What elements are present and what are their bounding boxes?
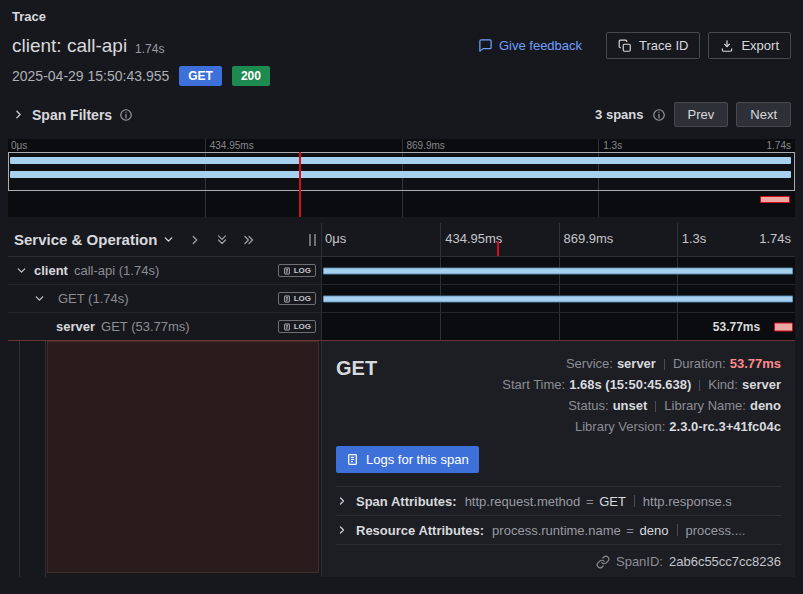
collapse-all-icon[interactable]	[242, 233, 256, 247]
span-attributes-row[interactable]: Span Attributes: http.request.method = G…	[336, 487, 781, 516]
span-service: client	[34, 263, 68, 278]
chevron-right-icon	[12, 108, 25, 121]
span-attributes-label: Span Attributes:	[356, 494, 457, 509]
span-row-timeline[interactable]	[322, 257, 795, 285]
span-bar	[323, 295, 792, 302]
selected-span-highlight	[47, 341, 319, 573]
export-label: Export	[741, 38, 779, 53]
resource-attributes-row[interactable]: Resource Attributes: process.runtime.nam…	[336, 516, 781, 545]
minimap-tick: 1.3s	[603, 140, 622, 151]
span-detail-header: GET Service:serverDuration:53.77ms Start…	[336, 353, 781, 437]
service-operation-label: Service & Operation	[14, 231, 157, 248]
span-row-timeline[interactable]	[322, 285, 795, 313]
attributes-section: Span Attributes: http.request.method = G…	[336, 486, 781, 545]
trace-minimap[interactable]: 0μs 434.95ms 869.9ms 1.3s 1.74s	[8, 139, 795, 217]
logs-for-span-button[interactable]: Logs for this span	[336, 446, 479, 473]
minimap-tick: 434.95ms	[210, 140, 254, 151]
info-icon[interactable]	[652, 108, 666, 122]
indent-guide	[45, 341, 46, 577]
log-badge-label: LOG	[294, 266, 311, 275]
timeline-tick: 1.3s	[682, 231, 707, 246]
timeline-cursor	[497, 241, 499, 256]
trace-id-button[interactable]: Trace ID	[606, 32, 700, 59]
gridline	[559, 223, 560, 256]
log-icon	[283, 267, 291, 275]
log-badge-label: LOG	[294, 294, 311, 303]
prev-button[interactable]: Prev	[674, 102, 729, 127]
gridline	[677, 223, 678, 256]
export-button[interactable]: Export	[708, 32, 791, 59]
link-icon[interactable]	[596, 555, 610, 569]
span-filters-label: Span Filters	[32, 107, 112, 123]
filters-row: Span Filters 3 spans Prev Next	[0, 88, 803, 139]
timeline-tick: 434.95ms	[445, 231, 502, 246]
info-icon[interactable]	[119, 108, 133, 122]
log-icon	[283, 323, 291, 331]
span-row-label-get[interactable]: GET (1.74s) LOG	[8, 285, 322, 313]
span-operation: call-api (1.74s)	[74, 263, 159, 278]
span-detail-panel: GET Service:serverDuration:53.77ms Start…	[322, 341, 795, 577]
value-separator	[677, 524, 678, 536]
trace-title: client: call-api	[12, 35, 127, 57]
column-resize-handle[interactable]	[309, 234, 316, 246]
span-row-label-server[interactable]: server GET (53.77ms) LOG	[8, 313, 322, 341]
minimap-tick: 869.9ms	[407, 140, 445, 151]
timeline-tick: 1.74s	[759, 231, 791, 246]
span-nav-group: 3 spans Prev Next	[595, 102, 791, 127]
span-duration-label: 53.77ms	[713, 320, 760, 334]
service-operation-dropdown[interactable]: Service & Operation	[14, 231, 175, 248]
service-operation-header: Service & Operation	[8, 223, 322, 256]
gridline	[677, 313, 678, 340]
trace-panel: Trace client: call-api 1.74s Give feedba…	[0, 0, 803, 594]
span-id-row: SpanID: 2ab6c55cc7cc8236	[336, 546, 781, 569]
method-badge: GET	[179, 66, 222, 86]
chevron-down-icon[interactable]	[33, 292, 46, 305]
log-icon	[283, 295, 291, 303]
span-detail-meta: Service:serverDuration:53.77ms Start Tim…	[502, 353, 781, 437]
trace-timestamp: 2025-04-29 15:50:43.955	[12, 68, 169, 84]
chevron-right-icon	[336, 524, 348, 536]
log-icon	[346, 453, 359, 466]
span-logs-badge[interactable]: LOG	[278, 320, 316, 333]
timeline-ticks-header: 0μs 434.95ms 869.9ms 1.3s 1.74s	[322, 223, 795, 256]
span-row-timeline[interactable]: 53.77ms	[322, 313, 795, 341]
span-logs-badge[interactable]: LOG	[278, 264, 316, 277]
resource-attributes-label: Resource Attributes:	[356, 523, 484, 538]
span-row-label-client[interactable]: client call-api (1.74s) LOG	[8, 257, 322, 285]
trace-duration: 1.74s	[135, 42, 164, 56]
minimap-tick: 1.74s	[767, 140, 791, 151]
comment-icon	[478, 38, 493, 53]
span-row: client call-api (1.74s) LOG	[8, 257, 795, 285]
resource-attributes-preview: process.runtime.name = deno process....	[492, 523, 781, 538]
span-detail-area: GET Service:serverDuration:53.77ms Start…	[8, 341, 795, 577]
next-button[interactable]: Next	[736, 102, 791, 127]
give-feedback-link[interactable]: Give feedback	[478, 38, 582, 53]
gridline	[440, 313, 441, 340]
span-filters-toggle[interactable]: Span Filters	[12, 107, 112, 123]
trace-header: client: call-api 1.74s Give feedback Tra…	[0, 24, 803, 59]
meta-line: Service:serverDuration:53.77ms	[502, 353, 781, 374]
gridline	[440, 223, 441, 256]
meta-line: Library Version:2.3.0-rc.3+41fc04c	[502, 416, 781, 437]
indent-guide	[19, 341, 20, 577]
gridline	[559, 313, 560, 340]
minimap-tick: 0μs	[11, 140, 27, 151]
log-badge-label: LOG	[294, 322, 311, 331]
span-detail-title: GET	[336, 353, 377, 437]
span-count: 3 spans	[595, 107, 643, 122]
timeline-header: Service & Operation	[8, 223, 795, 257]
trace-id-label: Trace ID	[639, 38, 688, 53]
minimap-span-bar	[10, 171, 791, 178]
span-logs-badge[interactable]: LOG	[278, 292, 316, 305]
span-row-selected: server GET (53.77ms) LOG 53.77ms	[8, 313, 795, 341]
span-service: server	[56, 319, 95, 334]
span-id-label: SpanID:	[616, 554, 663, 569]
download-icon	[720, 39, 734, 53]
timeline-tick: 869.9ms	[564, 231, 614, 246]
collapse-one-icon[interactable]	[188, 233, 202, 247]
expand-all-icon[interactable]	[215, 233, 229, 247]
chevron-down-icon[interactable]	[15, 264, 28, 277]
panel-title: Trace	[0, 0, 803, 24]
give-feedback-label: Give feedback	[499, 38, 582, 53]
fade-overlay	[735, 523, 781, 538]
